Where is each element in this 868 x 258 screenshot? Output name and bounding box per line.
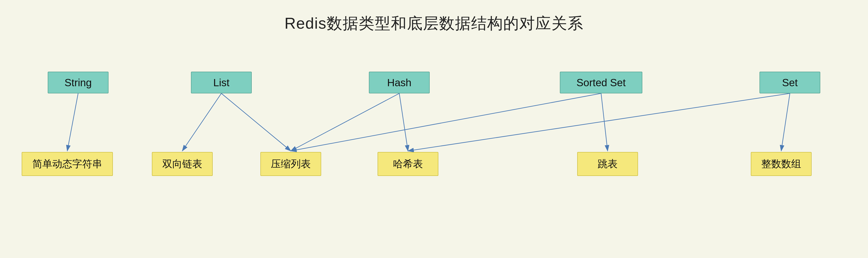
- diagram-area: StringListHashSorted SetSet简单动态字符串双向链表压缩…: [0, 61, 868, 234]
- arrow-set-to-hashtable: [408, 93, 790, 151]
- top-box-set: Set: [760, 71, 820, 93]
- bottom-box-intset: 整数数组: [751, 152, 812, 176]
- arrow-hash-to-ziplist: [291, 93, 399, 151]
- page-title: Redis数据类型和底层数据结构的对应关系: [0, 0, 868, 34]
- arrow-hash-to-hashtable: [399, 93, 408, 151]
- arrow-string-to-sds: [67, 93, 78, 151]
- bottom-box-sds: 简单动态字符串: [22, 152, 113, 176]
- top-box-string: String: [48, 71, 108, 93]
- arrow-set-to-intset: [781, 93, 790, 151]
- bottom-box-ziplist: 压缩列表: [260, 152, 321, 176]
- arrow-list-to-linked: [182, 93, 221, 151]
- bottom-box-skiplist: 跳表: [577, 152, 638, 176]
- top-box-hash: Hash: [369, 71, 430, 93]
- top-box-sorted: Sorted Set: [560, 71, 642, 93]
- arrow-sorted-to-skiplist: [601, 93, 608, 151]
- bottom-box-hashtable: 哈希表: [378, 152, 438, 176]
- arrows-svg: [0, 61, 868, 234]
- arrow-list-to-ziplist: [221, 93, 291, 151]
- bottom-box-linked: 双向链表: [152, 152, 213, 176]
- top-box-list: List: [191, 71, 252, 93]
- arrow-sorted-to-ziplist: [291, 93, 601, 151]
